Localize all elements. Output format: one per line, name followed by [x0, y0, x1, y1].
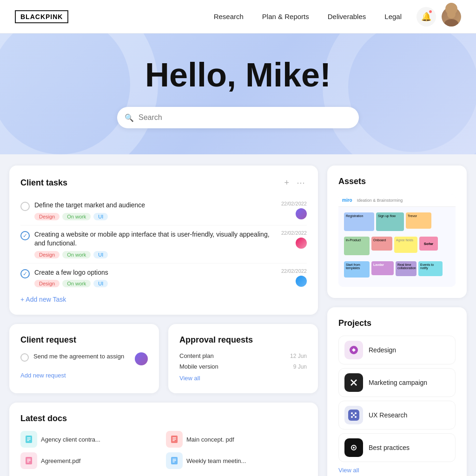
tag-onwork: On work — [62, 251, 91, 258]
hero-section: Hello, Mike! 🔍 — [0, 33, 476, 154]
svg-rect-15 — [172, 459, 176, 460]
approval-view-all-button[interactable]: View all — [179, 375, 200, 382]
tag-design: Design — [34, 213, 60, 220]
task-avatar — [296, 276, 307, 287]
task-tags: Design On work UI — [34, 251, 277, 258]
nav-plan-reports[interactable]: Plan & Reports — [262, 13, 309, 20]
project-icon-redesign — [344, 341, 363, 359]
doc-name: Main concept. pdf — [186, 436, 234, 443]
navbar: BLACKPINK Research Plan & Reports Delive… — [0, 0, 476, 33]
client-request-checkbox[interactable] — [20, 353, 29, 362]
assets-image[interactable]: miro Ideation & Brainstorming Registrati… — [338, 194, 456, 287]
project-name: Best practices — [369, 444, 410, 451]
tag-ui: UI — [93, 280, 108, 287]
list-item: Agency client contra... — [20, 431, 161, 448]
tag-ui: UI — [93, 213, 108, 220]
svg-rect-11 — [27, 459, 31, 460]
task-body: Define the target market and audience De… — [34, 201, 277, 220]
svg-point-23 — [351, 412, 353, 414]
projects-title: Projects — [338, 318, 456, 328]
list-item[interactable]: Marketing campaign — [338, 368, 456, 397]
svg-rect-12 — [27, 460, 31, 461]
list-item: Main concept. pdf — [166, 431, 307, 448]
miro-content: Registration Sign up flow Trevor In-Prod… — [338, 207, 456, 287]
miro-toolbar: miro Ideation & Brainstorming — [338, 194, 456, 207]
notification-button[interactable]: 🔔 — [416, 7, 436, 26]
approval-name: Content plan — [179, 352, 214, 359]
svg-point-1 — [444, 19, 458, 26]
task-checkbox-done[interactable]: ✓ — [20, 231, 30, 240]
task-date: 22/02/2022 — [281, 230, 307, 236]
tag-ui: UI — [93, 251, 108, 258]
list-item: Content plan 12 Jun — [179, 352, 307, 359]
doc-name: Agreement.pdf — [41, 457, 80, 464]
task-date: 22/02/2022 — [281, 201, 307, 206]
bottom-left-grid: Client request Send me the agreement to … — [9, 324, 318, 393]
add-task-icon-button[interactable]: + — [282, 177, 291, 189]
nav-legal[interactable]: Legal — [384, 13, 402, 20]
client-tasks-card: Client tasks + ⋯ Define the target marke… — [9, 165, 318, 315]
tag-onwork: On work — [62, 280, 91, 287]
task-checkbox[interactable] — [20, 202, 30, 211]
svg-rect-16 — [172, 460, 176, 461]
approval-requests-card: Approval requests Content plan 12 Jun Mo… — [168, 324, 318, 393]
client-tasks-title: Client tasks — [20, 178, 282, 188]
svg-rect-7 — [172, 437, 176, 438]
task-avatar — [296, 238, 307, 249]
list-item[interactable]: Best practices — [338, 433, 456, 462]
svg-point-26 — [355, 416, 357, 418]
project-icon-marketing — [344, 373, 363, 392]
svg-rect-13 — [27, 462, 29, 463]
tasks-header-actions: + ⋯ — [282, 177, 307, 189]
project-name: Redesign — [369, 346, 396, 354]
task-body: Create a few logo options Design On work… — [34, 268, 277, 288]
docs-grid: Agency client contra... Main concept. pd… — [20, 431, 307, 469]
search-container: 🔍 — [117, 107, 359, 128]
client-request-content: Send me the agreement to assign — [20, 352, 148, 365]
project-icon-best-practices — [344, 438, 363, 457]
client-request-avatar — [135, 352, 148, 365]
table-row: ✓ Creating a website or mobile app inter… — [20, 225, 307, 264]
svg-point-24 — [355, 412, 357, 414]
task-meta: 22/02/2022 — [281, 230, 307, 249]
tag-design: Design — [34, 251, 60, 258]
projects-card: Projects Redesign Marketing campaign UX … — [327, 307, 467, 476]
task-body: Creating a website or mobile app interfa… — [34, 230, 277, 258]
logo[interactable]: BLACKPINK — [15, 10, 68, 23]
add-task-button[interactable]: + Add new Task — [20, 296, 66, 303]
task-meta: 22/02/2022 — [281, 201, 307, 219]
task-text: Define the target market and audience — [34, 201, 277, 210]
table-row: ✓ Create a few logo options Design On wo… — [20, 264, 307, 292]
list-item: Agreement.pdf — [20, 452, 161, 469]
notification-dot — [429, 10, 432, 13]
projects-view-all-button[interactable]: View all — [338, 467, 359, 474]
tag-onwork: On work — [62, 213, 91, 220]
main-content: Client tasks + ⋯ Define the target marke… — [0, 154, 476, 476]
nav-deliverables[interactable]: Deliverables — [328, 13, 366, 20]
svg-rect-8 — [172, 439, 176, 440]
approval-date: 9 Jun — [293, 364, 307, 370]
doc-name: Agency client contra... — [41, 436, 100, 443]
list-item[interactable]: UX Research — [338, 401, 456, 430]
search-input[interactable] — [117, 107, 359, 128]
add-request-button[interactable]: Add new request — [20, 372, 66, 379]
doc-icon — [166, 452, 183, 469]
list-item[interactable]: Redesign — [338, 336, 456, 364]
approval-name: Mobile version — [179, 363, 218, 370]
nav-links: Research Plan & Reports Deliverables Leg… — [214, 13, 402, 21]
right-column: Assets miro Ideation & Brainstorming Reg… — [327, 165, 467, 476]
user-avatar-button[interactable] — [442, 7, 461, 26]
nav-right: 🔔 — [416, 7, 461, 26]
tasks-more-button[interactable]: ⋯ — [295, 177, 307, 189]
nav-research[interactable]: Research — [214, 13, 244, 20]
task-text: Create a few logo options — [34, 268, 277, 278]
latest-docs-card: Latest docs Agency client contra... Main… — [9, 403, 318, 476]
svg-rect-9 — [172, 440, 175, 441]
search-icon: 🔍 — [125, 113, 134, 122]
svg-rect-3 — [27, 437, 31, 438]
list-item: Weekly team meetin... — [166, 452, 307, 469]
doc-name: Weekly team meetin... — [186, 457, 246, 464]
task-checkbox-done[interactable]: ✓ — [20, 269, 30, 278]
tasks-header: Client tasks + ⋯ — [20, 177, 307, 189]
project-name: UX Research — [369, 411, 407, 419]
